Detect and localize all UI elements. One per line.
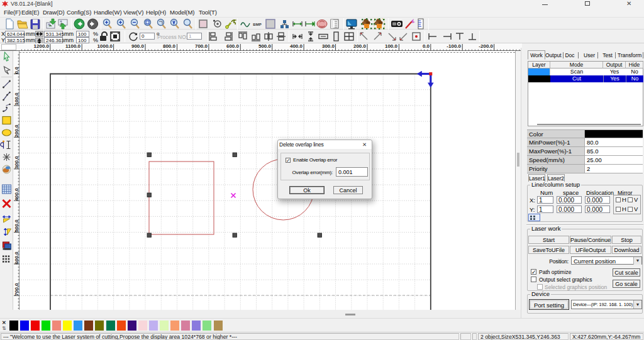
- svg-text:BMP: BMP: [253, 23, 261, 26]
